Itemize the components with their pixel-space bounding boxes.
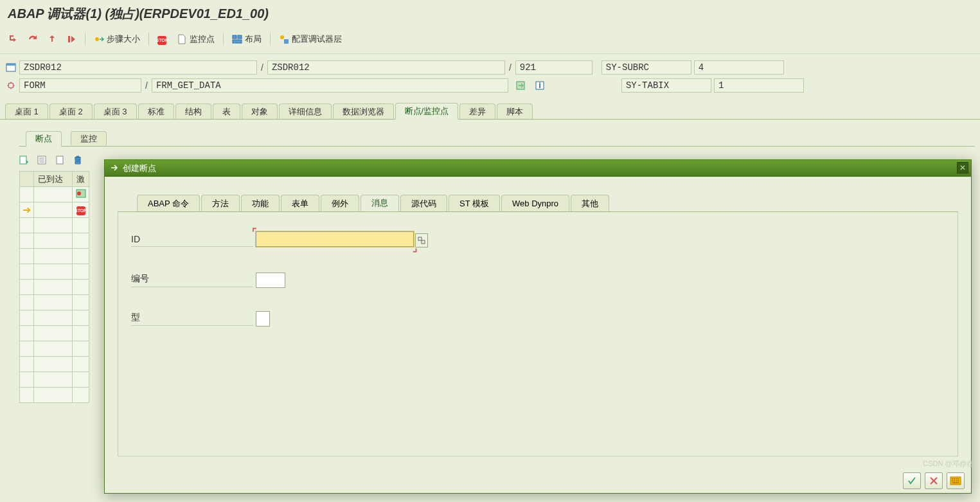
table-row[interactable] (20, 326, 89, 341)
watchpoint-button[interactable]: STOP (154, 32, 171, 46)
main-program-field[interactable]: ZSDR012 (19, 60, 257, 75)
svg-rect-27 (958, 480, 959, 481)
tab-table[interactable]: 表 (213, 103, 240, 119)
mtab-form[interactable]: 表单 (281, 195, 319, 211)
subtab-breakpoints[interactable]: 断点 (26, 131, 62, 147)
table-row[interactable]: ➜ STOP (20, 202, 89, 218)
step-over-icon (28, 34, 38, 44)
current-line-icon: ➜ (22, 204, 31, 215)
dialog-tabstrip: ABAP 命令 方法 功能 表单 例外 消息 源代码 ST 模板 Web Dyn… (118, 195, 958, 212)
dialog-titlebar[interactable]: 创建断点 ✕ (105, 160, 971, 177)
stop-icon: STOP (76, 206, 85, 215)
mtab-exception[interactable]: 例外 (321, 195, 359, 211)
sy-subrc-label: SY-SUBRC (601, 60, 691, 75)
info-button[interactable]: i (531, 78, 548, 93)
table-row[interactable] (20, 295, 89, 310)
step-out-button[interactable] (44, 32, 60, 46)
svg-point-16 (77, 192, 81, 195)
separator (270, 33, 271, 46)
tab-structure[interactable]: 结构 (175, 103, 211, 119)
program-row-2: FORM / FRM_GET_DATA i SY-TABIX 1 (5, 78, 975, 93)
table-row[interactable] (20, 280, 89, 295)
keyboard-button[interactable] (947, 472, 965, 489)
watchpoint-text-button[interactable]: 监控点 (174, 31, 218, 47)
tab-detail[interactable]: 详细信息 (279, 103, 332, 119)
svg-point-8 (8, 83, 13, 88)
close-button[interactable]: ✕ (957, 162, 968, 174)
svg-rect-2 (238, 35, 242, 39)
continue-button[interactable] (63, 32, 80, 46)
svg-rect-17 (418, 237, 422, 240)
step-over-button[interactable] (24, 32, 41, 46)
tab-diff[interactable]: 差异 (459, 103, 495, 119)
mtab-st-template[interactable]: ST 模板 (449, 195, 500, 211)
tab-object[interactable]: 对象 (242, 103, 278, 119)
message-number-input[interactable] (256, 273, 285, 288)
table-row[interactable] (20, 310, 89, 326)
col-reached[interactable]: 已到达 (34, 172, 73, 187)
mtab-abap[interactable]: ABAP 命令 (137, 195, 200, 211)
svg-rect-7 (6, 64, 15, 66)
program-row-1: ZSDR012 / ZSDR012 / 921 SY-SUBRC 4 (5, 60, 975, 75)
bp-delete-button[interactable] (71, 153, 85, 167)
tab-standard[interactable]: 标准 (138, 103, 174, 119)
event-type-field[interactable]: FORM (19, 78, 141, 93)
layout-button[interactable]: 布局 (229, 31, 265, 47)
table-row[interactable] (20, 372, 89, 388)
tab-data-browser[interactable]: 数据浏览器 (333, 103, 394, 119)
step-size-button[interactable]: 步骤大小 (91, 31, 143, 47)
message-id-input[interactable] (256, 231, 414, 247)
ok-button[interactable] (903, 472, 921, 489)
svg-point-4 (280, 35, 284, 39)
table-row[interactable] (20, 357, 89, 372)
svg-rect-14 (57, 156, 63, 164)
bp-active-icon (76, 190, 86, 200)
mtab-web-dynpro[interactable]: Web Dynpro (501, 195, 569, 211)
col-marker (20, 172, 34, 187)
table-row[interactable] (20, 233, 89, 249)
col-active[interactable]: 激 (73, 172, 89, 187)
table-row[interactable] (20, 341, 89, 357)
bp-new-button[interactable] (53, 153, 67, 167)
program-icon[interactable] (5, 62, 17, 73)
event-name-field[interactable]: FRM_GET_DATA (152, 78, 508, 93)
nav-button-1[interactable] (512, 78, 529, 93)
mtab-function[interactable]: 功能 (241, 195, 280, 211)
tab-breakpoints[interactable]: 断点/监控点 (395, 103, 459, 120)
label-type: 型 (131, 312, 253, 326)
bp-list-button[interactable] (35, 153, 49, 167)
sy-subrc-value: 4 (694, 60, 784, 75)
table-row[interactable] (20, 218, 89, 233)
mtab-other[interactable]: 其他 (571, 195, 609, 211)
settings-icon[interactable] (5, 80, 17, 91)
svg-rect-24 (952, 480, 953, 481)
step-size-icon (94, 34, 104, 44)
table-row[interactable] (20, 388, 89, 403)
tab-desktop1[interactable]: 桌面 1 (5, 103, 48, 119)
message-type-input[interactable] (256, 311, 270, 327)
program-info-area: ZSDR012 / ZSDR012 / 921 SY-SUBRC 4 FORM … (0, 54, 980, 99)
subtab-watchpoints[interactable]: 监控 (71, 131, 107, 145)
mtab-source[interactable]: 源代码 (400, 195, 447, 211)
table-row[interactable] (20, 249, 89, 264)
form-row-type: 型 (131, 311, 945, 327)
line-field[interactable]: 921 (515, 60, 592, 75)
form-row-number: 编号 (131, 273, 945, 288)
config-layer-button[interactable]: 配置调试器层 (276, 31, 345, 47)
bp-create-button[interactable] (17, 153, 31, 167)
table-row[interactable] (20, 264, 89, 280)
include-field[interactable]: ZSDR012 (267, 60, 505, 75)
tab-desktop3[interactable]: 桌面 3 (94, 103, 137, 119)
tab-script[interactable]: 脚本 (497, 103, 533, 119)
mtab-message[interactable]: 消息 (361, 195, 399, 211)
step-into-button[interactable] (5, 32, 22, 46)
cancel-button[interactable] (925, 472, 943, 489)
sub-tabstrip: 断点 监控 (19, 131, 975, 147)
slash: / (261, 62, 263, 73)
dialog-body: ABAP 命令 方法 功能 表单 例外 消息 源代码 ST 模板 Web Dyn… (105, 177, 971, 469)
table-row[interactable] (20, 187, 89, 202)
mtab-method[interactable]: 方法 (201, 195, 240, 211)
label-id: ID (131, 234, 253, 247)
layout-icon (232, 34, 242, 44)
tab-desktop2[interactable]: 桌面 2 (49, 103, 93, 119)
